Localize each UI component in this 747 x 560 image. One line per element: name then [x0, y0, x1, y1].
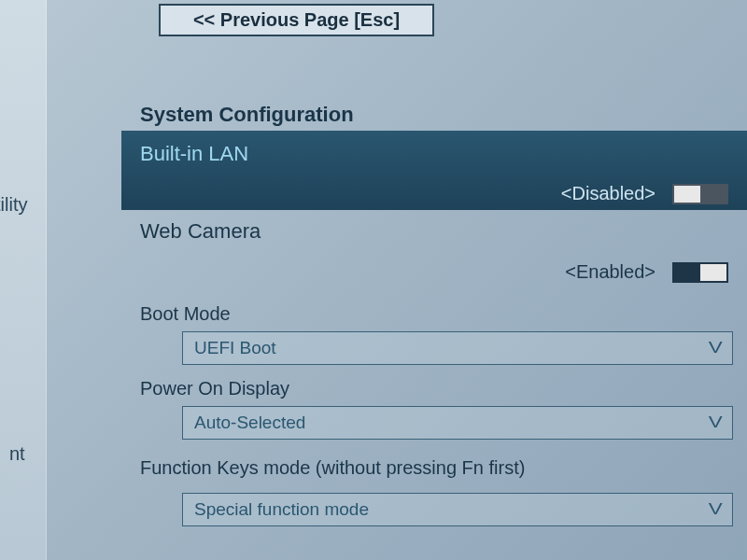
- sidebar-item-utility[interactable]: tility: [0, 194, 27, 216]
- setting-function-keys-label: Function Keys mode (without pressing Fn …: [140, 457, 525, 479]
- dropdown-value: Auto-Selected: [194, 413, 305, 433]
- power-on-display-dropdown[interactable]: Auto-Selected V: [182, 406, 733, 440]
- toggle-knob: [700, 264, 726, 281]
- sidebar-item-nt[interactable]: nt: [9, 443, 25, 465]
- toggle-knob: [674, 186, 700, 203]
- chevron-down-icon: V: [709, 340, 723, 357]
- setting-power-on-display-label: Power On Display: [140, 378, 289, 399]
- lan-toggle[interactable]: [672, 184, 728, 204]
- setting-web-camera-label: Web Camera: [140, 219, 261, 244]
- sidebar: tility nt: [0, 0, 47, 560]
- setting-web-camera-value-row: <Enabled>: [565, 261, 728, 283]
- chevron-down-icon: V: [709, 501, 723, 518]
- boot-mode-dropdown[interactable]: UEFI Boot V: [182, 331, 733, 365]
- chevron-down-icon: V: [709, 414, 723, 431]
- setting-label: Built-in LAN: [140, 142, 728, 166]
- setting-built-in-lan[interactable]: Built-in LAN <Disabled>: [121, 131, 747, 210]
- webcam-toggle[interactable]: [672, 262, 728, 283]
- dropdown-value: UEFI Boot: [194, 338, 276, 358]
- setting-value: <Disabled>: [561, 183, 655, 204]
- setting-boot-mode-label: Boot Mode: [140, 303, 231, 325]
- previous-page-button[interactable]: << Previous Page [Esc]: [159, 4, 434, 36]
- main-panel: << Previous Page [Esc] System Configurat…: [47, 0, 747, 560]
- dropdown-value: Special function mode: [194, 499, 369, 520]
- setting-value: <Enabled>: [565, 261, 655, 283]
- section-title: System Configuration: [140, 103, 354, 127]
- function-keys-dropdown[interactable]: Special function mode V: [182, 493, 733, 526]
